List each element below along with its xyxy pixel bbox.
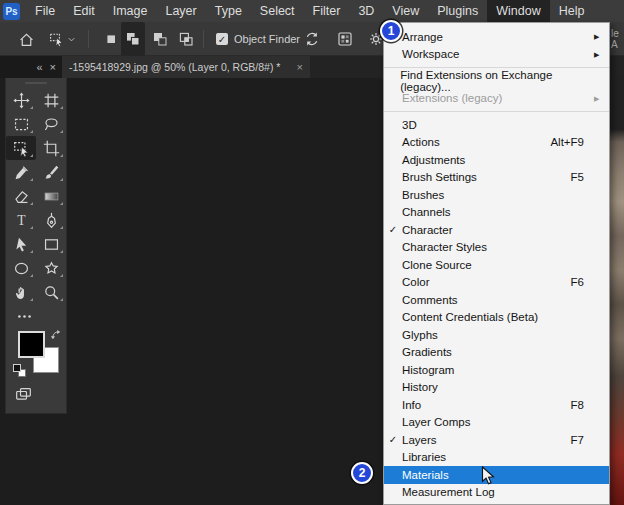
arrow-spacer	[594, 229, 609, 230]
menubar-item-select[interactable]: Select	[251, 0, 304, 22]
menubar-item-help[interactable]: Help	[550, 0, 594, 22]
menu-item-libraries[interactable]: Libraries	[384, 449, 609, 467]
arrow-spacer	[594, 177, 609, 178]
menubar-item-file[interactable]: File	[26, 0, 64, 22]
menubar-item-window[interactable]: Window	[487, 0, 549, 22]
close-tab-icon[interactable]: ×	[297, 61, 303, 73]
subtract-from-selection-button[interactable]	[148, 22, 172, 56]
pen-tool[interactable]	[36, 208, 66, 232]
menubar-item-plugins[interactable]: Plugins	[428, 0, 487, 22]
menu-item-glyphs[interactable]: Glyphs	[384, 326, 609, 344]
menu-item-gradients[interactable]: Gradients	[384, 344, 609, 362]
panel-grip[interactable]	[25, 82, 47, 84]
menubar-item-image[interactable]: Image	[104, 0, 157, 22]
menu-item-actions[interactable]: ActionsAlt+F9	[384, 134, 609, 152]
tool-panel-header: « ×	[0, 56, 62, 78]
refresh-button[interactable]	[304, 22, 320, 56]
collapse-panel-icon[interactable]: «	[36, 61, 42, 73]
menu-bar: Ps FileEditImageLayerTypeSelectFilter3DV…	[0, 0, 624, 22]
menu-item-label: Histogram	[402, 364, 454, 376]
arrow-spacer	[594, 387, 609, 388]
menu-item-layer-comps[interactable]: Layer Comps	[384, 414, 609, 432]
ellipse-tool[interactable]	[6, 256, 36, 280]
menu-item-clone-source[interactable]: Clone Source	[384, 256, 609, 274]
artboard-tool[interactable]	[36, 88, 66, 112]
document-tab[interactable]: -1595418929.jpg @ 50% (Layer 0, RGB/8#) …	[62, 56, 310, 78]
foreground-color-swatch[interactable]	[18, 331, 45, 358]
new-selection-button[interactable]	[99, 22, 123, 56]
menu-item-adjustments[interactable]: Adjustments	[384, 151, 609, 169]
menubar-item-edit[interactable]: Edit	[64, 0, 104, 22]
menu-item-channels[interactable]: Channels	[384, 204, 609, 222]
check-icon: ✓	[384, 434, 402, 445]
menu-item-brushes[interactable]: Brushes	[384, 186, 609, 204]
document-tab-title: -1595418929.jpg @ 50% (Layer 0, RGB/8#) …	[69, 61, 280, 73]
show-all-objects-button[interactable]	[337, 22, 353, 56]
svg-text:T: T	[17, 213, 26, 228]
arrow-spacer	[594, 159, 609, 160]
brush-tool[interactable]	[36, 160, 66, 184]
menu-item-comments[interactable]: Comments	[384, 291, 609, 309]
menu-item-info[interactable]: InfoF8	[384, 396, 609, 414]
rectangular-marquee-tool[interactable]	[6, 112, 36, 136]
intersect-selection-button[interactable]	[174, 22, 198, 56]
type-tool[interactable]: T	[6, 208, 36, 232]
tool-preset-button[interactable]	[49, 22, 65, 56]
menu-item-workspace[interactable]: Workspace▶	[384, 46, 609, 64]
chevron-down-icon[interactable]	[66, 22, 77, 56]
menu-item-shortcut: F8	[571, 399, 594, 411]
menu-item-label: Channels	[402, 206, 451, 218]
eyedropper-tool[interactable]	[6, 160, 36, 184]
menubar-item-3d[interactable]: 3D	[349, 0, 383, 22]
gradient-tool[interactable]	[36, 184, 66, 208]
menu-item-label: Find Extensions on Exchange (legacy)...	[400, 69, 585, 93]
submenu-arrow-icon: ▶	[594, 94, 609, 103]
eraser-tool[interactable]	[6, 184, 36, 208]
hand-tool[interactable]	[6, 280, 36, 304]
rectangle-tool[interactable]	[36, 232, 66, 256]
menu-item-color[interactable]: ColorF6	[384, 274, 609, 292]
custom-shape-tool[interactable]	[36, 256, 66, 280]
menu-item-label: Adjustments	[402, 154, 465, 166]
menu-item-layers[interactable]: ✓LayersF7	[384, 431, 609, 449]
menu-item-histogram[interactable]: Histogram	[384, 361, 609, 379]
zoom-tool[interactable]	[36, 280, 66, 304]
path-selection-tool[interactable]	[6, 232, 36, 256]
menubar-item-layer[interactable]: Layer	[156, 0, 205, 22]
arrow-spacer	[594, 492, 609, 493]
menubar-item-type[interactable]: Type	[206, 0, 251, 22]
default-colors-icon[interactable]	[13, 364, 26, 377]
close-panel-icon[interactable]: ×	[50, 61, 56, 73]
object-selection-tool[interactable]	[6, 136, 36, 160]
document-image-sliver	[608, 78, 624, 505]
crop-tool[interactable]	[36, 136, 66, 160]
menu-item-3d[interactable]: 3D	[384, 116, 609, 134]
menu-item-character[interactable]: ✓Character	[384, 221, 609, 239]
home-button[interactable]	[18, 22, 35, 56]
move-tool[interactable]	[6, 88, 36, 112]
menu-item-history[interactable]: History	[384, 379, 609, 397]
screen-mode-button[interactable]	[6, 386, 66, 403]
menu-item-label: Libraries	[402, 451, 446, 463]
menu-item-arrange[interactable]: Arrange▶	[384, 28, 609, 46]
menu-item-label: Materials	[402, 469, 449, 481]
menu-item-character-styles[interactable]: Character Styles	[384, 239, 609, 257]
menubar-item-filter[interactable]: Filter	[304, 0, 350, 22]
menu-item-brush-settings[interactable]: Brush SettingsF5	[384, 169, 609, 187]
menu-item-label: Extensions (legacy)	[402, 92, 502, 104]
menubar-item-view[interactable]: View	[383, 0, 428, 22]
arrow-spacer	[594, 247, 609, 248]
arrow-spacer	[594, 299, 609, 300]
swap-colors-icon[interactable]	[50, 329, 62, 341]
edit-toolbar-button[interactable]	[9, 304, 39, 328]
menu-item-measurement-log[interactable]: Measurement Log	[384, 484, 609, 502]
menu-item-find-extensions-on-exchange-legacy[interactable]: Find Extensions on Exchange (legacy)...	[384, 72, 609, 90]
menu-item-label: Layers	[402, 434, 437, 446]
menu-item-content-credentials-beta[interactable]: Content Credentials (Beta)	[384, 309, 609, 327]
menu-item-label: Brushes	[402, 189, 444, 201]
add-to-selection-button[interactable]	[121, 22, 145, 56]
object-finder-checkbox[interactable]: ✓ Object Finder	[216, 22, 300, 56]
lasso-tool[interactable]	[36, 112, 66, 136]
menu-item-label: Workspace	[402, 48, 459, 60]
menu-item-label: Clone Source	[402, 259, 472, 271]
